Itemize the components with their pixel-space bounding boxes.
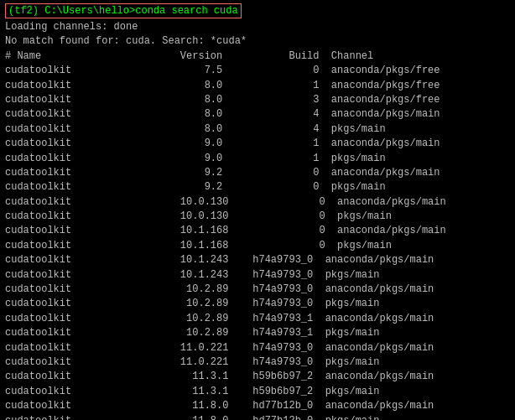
line-14: cudatoolkit 10.1.168 0 anaconda/pkgs/mai…	[5, 224, 510, 238]
line-15: cudatoolkit 10.1.168 0 pkgs/main	[5, 239, 510, 253]
line-21: cudatoolkit 10.2.89 h74a9793_1 pkgs/main	[5, 326, 510, 340]
line-19: cudatoolkit 10.2.89 h74a9793_0 pkgs/main	[5, 297, 510, 311]
line-25: cudatoolkit 11.3.1 h59b6b97_2 pkgs/main	[5, 385, 510, 399]
line-7: cudatoolkit 8.0 4 pkgs/main	[5, 122, 510, 137]
line-2: No match found for: cuda. Search: *cuda*	[5, 34, 510, 49]
line-11: cudatoolkit 9.2 0 pkgs/main	[5, 180, 510, 194]
line-4: cudatoolkit 8.0 1 anaconda/pkgs/free	[5, 79, 510, 93]
line-10: cudatoolkit 9.2 0 anaconda/pkgs/main	[5, 166, 510, 180]
line-16: cudatoolkit 10.1.243 h74a9793_0 anaconda…	[5, 253, 510, 267]
line-22: cudatoolkit 11.0.221 h74a9793_0 anaconda…	[5, 341, 510, 355]
line-12: cudatoolkit 10.0.130 0 anaconda/pkgs/mai…	[5, 195, 510, 210]
line-header: # Name Version Build Channel	[5, 49, 510, 64]
line-24: cudatoolkit 11.3.1 h59b6b97_2 anaconda/p…	[5, 370, 510, 384]
line-5: cudatoolkit 8.0 3 anaconda/pkgs/free	[5, 93, 510, 107]
line-9: cudatoolkit 9.0 1 pkgs/main	[5, 152, 510, 166]
line-27: cudatoolkit 11.8.0 hd77b12b_0 pkgs/main	[5, 414, 510, 420]
prompt-label: (tf2) C:\Users\hello>conda search cuda	[5, 3, 242, 18]
terminal-window: (tf2) C:\Users\hello>conda search cuda L…	[0, 0, 515, 420]
line-8: cudatoolkit 9.0 1 anaconda/pkgs/main	[5, 137, 510, 151]
line-6: cudatoolkit 8.0 4 anaconda/pkgs/main	[5, 107, 510, 122]
line-23: cudatoolkit 11.0.221 h74a9793_0 pkgs/mai…	[5, 355, 510, 370]
line-3: cudatoolkit 7.5 0 anaconda/pkgs/free	[5, 64, 510, 78]
line-20: cudatoolkit 10.2.89 h74a9793_1 anaconda/…	[5, 312, 510, 326]
line-26: cudatoolkit 11.8.0 hd77b12b_0 anaconda/p…	[5, 399, 510, 413]
line-18: cudatoolkit 10.2.89 h74a9793_0 anaconda/…	[5, 283, 510, 297]
line-17: cudatoolkit 10.1.243 h74a9793_0 pkgs/mai…	[5, 268, 510, 283]
output-area: Loading channels: done No match found fo…	[5, 20, 510, 420]
line-1: Loading channels: done	[5, 20, 510, 34]
prompt-line: (tf2) C:\Users\hello>conda search cuda	[5, 3, 510, 18]
line-13: cudatoolkit 10.0.130 0 pkgs/main	[5, 210, 510, 224]
